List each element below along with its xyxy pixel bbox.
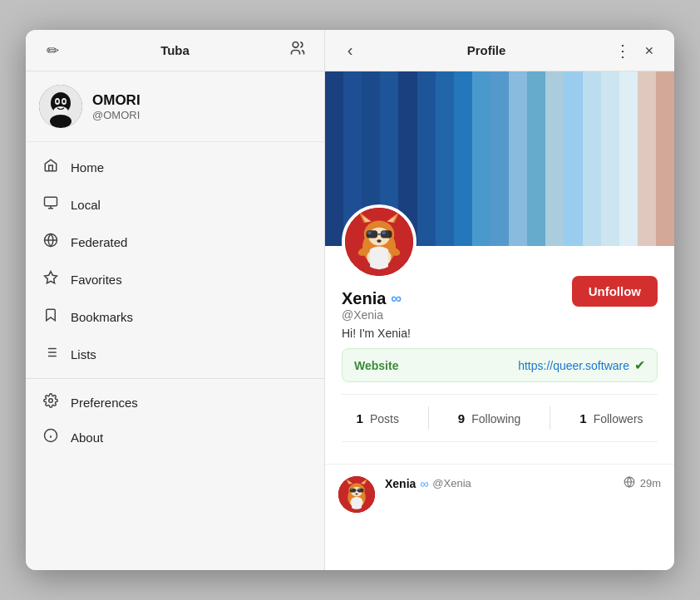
svg-point-6 [57,100,59,103]
sidebar-item-label: Home [71,160,104,175]
svg-rect-35 [382,231,386,234]
post-globe-icon [624,476,635,490]
unfollow-button[interactable]: Unfollow [572,276,658,307]
sidebar-item-label: Favorites [71,273,122,287]
verified-icon: ✔ [634,357,645,373]
avatar [39,85,82,128]
svg-rect-53 [357,489,360,490]
globe-icon [42,233,59,252]
stat-divider-1 [428,406,429,430]
post-author-avatar [338,476,375,513]
close-button[interactable]: ✕ [636,37,663,64]
post-item[interactable]: Xenia ∞ @Xenia 29m [325,464,674,524]
infinity-icon: ∞ [391,290,402,307]
sidebar-item-label: Preferences [71,396,138,410]
stripe-1 [325,71,343,246]
stripe-12 [527,71,545,246]
svg-marker-11 [45,272,57,283]
app-window: ✏ Tuba ‹ Profile ⋮ ✕ [26,30,674,570]
sidebar-item-local[interactable]: Local [26,186,324,224]
fox-avatar [345,208,413,276]
app-title: Tuba [160,43,190,57]
kebab-icon: ⋮ [614,41,631,61]
website-link[interactable]: https://queer.software [518,359,629,372]
stripe-14 [564,71,582,246]
back-button[interactable]: ‹ [337,37,363,64]
sidebar-item-label: Lists [71,347,96,361]
stripe-10 [490,71,509,246]
sidebar-item-label: Federated [71,235,127,249]
stat-divider-2 [550,406,550,430]
svg-point-8 [50,115,71,128]
svg-point-54 [356,494,358,495]
svg-rect-52 [350,489,352,490]
followers-stat[interactable]: 1 Followers [579,411,643,425]
stats-row: 1 Posts 9 Following 1 [342,394,658,442]
post-author-name: Xenia [385,477,416,490]
top-bar: ✏ Tuba ‹ Profile ⋮ ✕ [26,30,674,71]
stripe-9 [472,71,490,246]
post-infinity-icon: ∞ [420,477,428,490]
stripe-16 [601,71,619,246]
sidebar-user-profile[interactable]: OMORI @OMORI [26,71,324,142]
website-row: Website https://queer.software ✔ [342,348,658,382]
main-content: OMORI @OMORI Home Local [26,71,674,570]
following-count: 9 Following [458,411,521,425]
stripe-17 [619,71,638,246]
svg-point-36 [377,239,381,243]
right-panel: Unfollow Xenia ∞ @Xenia Hi! I'm Xenia! W… [325,71,674,570]
sidebar: OMORI @OMORI Home Local [26,71,325,570]
sidebar-item-label: About [71,430,103,445]
post-time: 29m [640,477,661,489]
back-icon: ‹ [348,41,353,60]
post-meta: 29m [624,476,661,490]
sidebar-display-name: OMORI [92,92,140,109]
gear-icon [42,393,59,412]
top-bar-left: ✏ Tuba [26,30,325,71]
sidebar-item-about[interactable]: About [26,419,324,454]
followers-count: 1 Followers [579,411,643,425]
sidebar-item-label: Local [71,198,101,212]
sidebar-item-home[interactable]: Home [26,149,324,186]
sidebar-handle: @OMORI [92,109,140,121]
stripe-11 [509,71,527,246]
kebab-menu-button[interactable]: ⋮ [609,37,636,64]
home-icon [42,158,59,177]
svg-rect-9 [45,197,57,206]
list-icon [42,345,59,364]
sidebar-item-preferences[interactable]: Preferences [26,384,324,419]
nav-divider [26,378,324,379]
compose-button[interactable]: ✏ [39,37,66,64]
stripe-13 [545,71,564,246]
sidebar-item-federated[interactable]: Federated [26,224,324,261]
sidebar-item-favorites[interactable]: Favorites [26,261,324,298]
profile-avatar-wrapper [342,204,417,279]
sidebar-item-lists[interactable]: Lists [26,336,324,373]
people-icon [289,40,306,61]
close-icon: ✕ [644,44,654,57]
post-author-handle: @Xenia [432,477,471,489]
svg-point-7 [63,100,66,103]
panel-title: Profile [363,43,609,57]
nav-list: Home Local Federated [26,142,324,570]
posts-stat[interactable]: 1 Posts [356,411,399,425]
svg-point-18 [49,399,53,403]
bookmark-icon [42,307,59,327]
post-content: Xenia ∞ @Xenia 29m [385,476,661,513]
people-button[interactable] [284,37,311,64]
star-icon [42,270,59,289]
stripe-15 [583,71,601,246]
profile-avatar [342,204,417,279]
top-bar-right: ‹ Profile ⋮ ✕ [325,30,674,71]
profile-handle: @Xenia [342,308,658,322]
stripe-6 [417,71,436,246]
sidebar-item-bookmarks[interactable]: Bookmarks [26,298,324,336]
svg-point-0 [293,42,298,48]
stripe-18 [638,71,656,246]
post-fox-avatar [338,476,375,513]
profile-info-section: Unfollow Xenia ∞ @Xenia Hi! I'm Xenia! W… [325,246,674,464]
profile-bio: Hi! I'm Xenia! [342,327,658,340]
stripe-7 [436,71,454,246]
following-stat[interactable]: 9 Following [458,411,521,425]
stripe-8 [454,71,472,246]
